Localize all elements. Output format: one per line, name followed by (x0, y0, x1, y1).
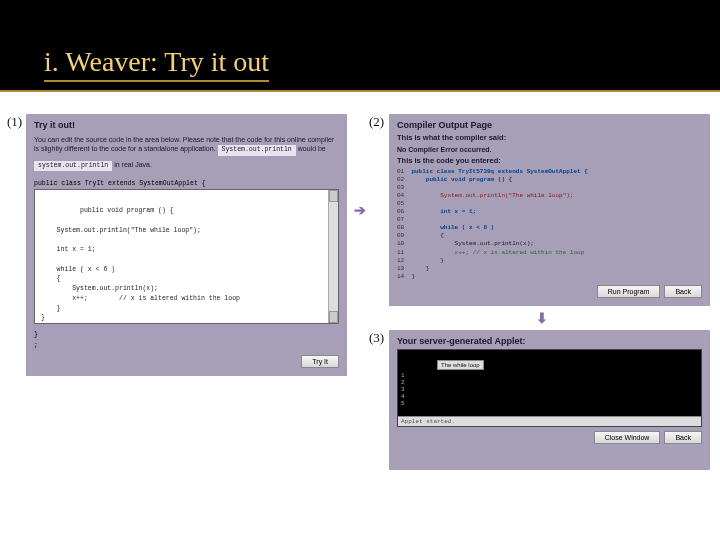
slide-title-bar: i. Weaver: Try it out (0, 0, 720, 92)
panel-3-cell: (3) Your server-generated Applet: The wh… (373, 330, 710, 470)
applet-status-bar: Applet started. (398, 416, 701, 426)
panel-compiler-output: Compiler Output Page This is what the co… (389, 114, 710, 306)
run-program-button[interactable]: Run Program (597, 285, 661, 298)
panel-2-number: (2) (369, 114, 384, 130)
panel-1-number: (1) (7, 114, 22, 130)
panel-applet: Your server-generated Applet: The while … (389, 330, 710, 470)
panel-1-cell: (1) Try it out! You can edit the source … (10, 114, 347, 470)
class-footer: } ; (34, 330, 339, 351)
code-entered-label: This is the code you entered: (397, 156, 702, 166)
applet-title-bar: The while loop (437, 360, 484, 370)
code-chip-2: system.out.println (34, 161, 112, 171)
compiler-message: No Compiler Error occurred. (397, 145, 702, 154)
code-editor[interactable]: public void program () { System.out.prin… (34, 189, 339, 324)
applet-output: The while loop 1 2 3 4 5 Applet started. (397, 349, 702, 427)
back-button-2[interactable]: Back (664, 431, 702, 444)
scrollbar-icon[interactable] (328, 190, 338, 323)
close-window-button[interactable]: Close Window (594, 431, 661, 444)
arrow-right-icon: ➔ (347, 114, 373, 306)
panel-2-cell: (2) Compiler Output Page This is what th… (373, 114, 710, 306)
code-listing: 01 public class TryIt5739q extends Syste… (397, 168, 702, 281)
panel-3-number: (3) (369, 330, 384, 346)
panel-try-it-out: Try it out! You can edit the source code… (26, 114, 347, 376)
panel-1-heading: Try it out! (34, 120, 339, 130)
arrow-down-icon: ⬇ (373, 306, 710, 330)
class-header: public class TryIt extends SystemOutAppl… (34, 179, 339, 189)
code-chip-1: System.out.println (218, 145, 296, 155)
slide-title: i. Weaver: Try it out (44, 46, 269, 82)
panel-3-heading: Your server-generated Applet: (397, 336, 702, 346)
compiler-said-label: This is what the compiler said: (397, 133, 702, 143)
try-it-button[interactable]: Try It (301, 355, 339, 368)
content-grid: (1) Try it out! You can edit the source … (0, 92, 720, 480)
panel-1-intro: You can edit the source code in the area… (34, 135, 339, 156)
panel-2-heading: Compiler Output Page (397, 120, 702, 130)
back-button[interactable]: Back (664, 285, 702, 298)
